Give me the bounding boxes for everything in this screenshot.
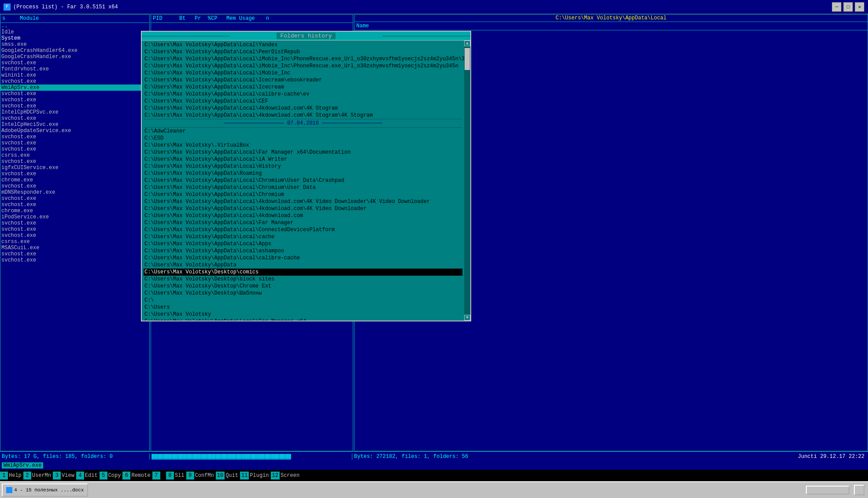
process-svc16[interactable]: svchost.exe xyxy=(0,226,149,232)
fh-0[interactable]: C:\Users\Max Volotsky\AppData\Local\Yand… xyxy=(144,41,462,48)
process-mdns[interactable]: mDNSResponder.exe xyxy=(0,189,149,196)
process-svc9[interactable]: svchost.exe xyxy=(0,146,149,152)
process-svc12[interactable]: svchost.exe xyxy=(0,183,149,189)
fh-23[interactable]: C:\Users\Max Volotsky\AppData\Local\4kdo… xyxy=(144,212,462,219)
fh-12[interactable]: C:\ESD xyxy=(144,135,462,142)
scroll-thumb[interactable] xyxy=(465,48,470,70)
f5-key[interactable]: 5 Copy xyxy=(100,470,123,481)
fh-24[interactable]: C:\Users\Max Volotsky\AppData\Local\Far … xyxy=(144,219,462,226)
fh-28[interactable]: C:\Users\Max Volotsky\AppData\Local\asha… xyxy=(144,247,462,255)
f12-key[interactable]: 12 Screen xyxy=(271,470,302,481)
process-csrss2[interactable]: csrss.exe xyxy=(0,239,149,245)
fh-3[interactable]: C:\Users\Max Volotsky\AppData\Local\iMob… xyxy=(144,63,462,70)
f2-key[interactable]: 2 UserMn xyxy=(23,470,53,481)
process-svc2[interactable]: svchost.exe xyxy=(0,78,149,85)
process-svc7[interactable]: svchost.exe xyxy=(0,134,149,140)
fh-6[interactable]: C:\Users\Max Volotsky\AppData\Local\Icec… xyxy=(144,84,462,91)
fh-19[interactable]: C:\Users\Max Volotsky\AppData\Local\Chro… xyxy=(144,184,462,191)
process-svc11[interactable]: svchost.exe xyxy=(0,171,149,177)
scroll-up-arrow[interactable]: ▲ xyxy=(464,41,470,46)
show-all-button[interactable]: Показать все xyxy=(806,486,850,494)
process-dotdot[interactable]: .. xyxy=(0,23,149,29)
f8-key[interactable]: 8 Sll xyxy=(166,470,186,481)
process-csrss1[interactable]: csrss.exe xyxy=(0,152,149,159)
close-button[interactable]: ✕ xyxy=(855,2,864,12)
fh-13[interactable]: C:\Users\Max Volotsky\.VirtualBox xyxy=(144,142,462,149)
fh-25[interactable]: C:\Users\Max Volotsky\AppData\Local\Conn… xyxy=(144,226,462,233)
fh-17[interactable]: C:\Users\Max Volotsky\AppData\Roaming xyxy=(144,170,462,177)
f7-key[interactable]: 7 xyxy=(152,470,166,481)
fh-4[interactable]: C:\Users\Max Volotsky\AppData\Local\iMob… xyxy=(144,70,462,77)
process-svc17[interactable]: svchost.exe xyxy=(0,232,149,239)
fh-29[interactable]: C:\Users\Max Volotsky\AppData\Local\cali… xyxy=(144,255,462,262)
process-wininit[interactable]: wininit.exe xyxy=(0,72,149,78)
fh-18[interactable]: C:\Users\Max Volotsky\AppData\Local\Chro… xyxy=(144,177,462,184)
process-adobe[interactable]: AdobeUpdateService.exe xyxy=(0,128,149,134)
process-svc10[interactable]: svchost.exe xyxy=(0,159,149,165)
process-svc18[interactable]: svchost.exe xyxy=(0,251,149,257)
process-svc3[interactable]: svchost.exe xyxy=(0,91,149,97)
process-svc8[interactable]: svchost.exe xyxy=(0,140,149,146)
f4-key[interactable]: 4 Edit xyxy=(76,470,100,481)
fh-30[interactable]: C:\Users\Max Volotsky\AppData xyxy=(144,262,462,269)
scroll-down-arrow[interactable]: ▼ xyxy=(464,315,470,321)
process-fontdrv[interactable]: fontdrvhost.exe xyxy=(0,66,149,72)
fh-38[interactable]: C:\Users\Max Volotsky\AppData\Local\Far … xyxy=(144,318,462,321)
fh-26[interactable]: C:\Users\Max Volotsky\AppData\Local\cach… xyxy=(144,233,462,240)
taskbar-close-button[interactable]: × xyxy=(854,485,864,495)
fh-11[interactable]: C:\AdwCleaner xyxy=(144,128,462,135)
modal-scrollbar[interactable]: ▲ ▼ xyxy=(464,41,470,321)
fh-2[interactable]: C:\Users\Max Volotsky\AppData\Local\iMob… xyxy=(144,55,462,63)
process-igfx[interactable]: igfxCUIService.exe xyxy=(0,165,149,171)
fh-22[interactable]: C:\Users\Max Volotsky\AppData\Local\4kdo… xyxy=(144,205,462,212)
fh-27[interactable]: C:\Users\Max Volotsky\AppData\Local\Apps xyxy=(144,240,462,247)
process-system[interactable]: System xyxy=(0,35,149,41)
process-chrome2[interactable]: chrome.exe xyxy=(0,208,149,214)
minimize-button[interactable]: ─ xyxy=(832,2,842,12)
fh-32[interactable]: C:\Users\Max Volotsky\Desktop\block site… xyxy=(144,276,462,283)
process-intelheci[interactable]: IntelCpHeciSvc.exe xyxy=(0,122,149,128)
fh-34[interactable]: C:\Users\Max Volotsky\Desktop\Шаблоны xyxy=(144,290,462,297)
fh-16[interactable]: C:\Users\Max Volotsky\AppData\Local\Hist… xyxy=(144,163,462,170)
taskbar-far-item[interactable]: 4 - 15 полезных ....docx xyxy=(2,483,88,497)
fh-37[interactable]: C:\Users\Max Volotsky xyxy=(144,311,462,318)
fh-20[interactable]: C:\Users\Max Volotsky\AppData\Local\Chro… xyxy=(144,191,462,198)
process-svc5[interactable]: svchost.exe xyxy=(0,103,149,109)
process-svc19[interactable]: svchost.exe xyxy=(0,257,149,263)
fh-15[interactable]: C:\Users\Max Volotsky\AppData\Local\iA W… xyxy=(144,156,462,163)
process-svc13[interactable]: svchost.exe xyxy=(0,196,149,202)
f1-key[interactable]: 1 Help xyxy=(0,470,23,481)
maximize-button[interactable]: □ xyxy=(843,2,853,12)
fh-36[interactable]: C:\Users xyxy=(144,304,462,311)
process-gch[interactable]: GoogleCrashHandler.exe xyxy=(0,54,149,60)
fh-31[interactable]: C:\Users\Max Volotsky\Desktop\comics xyxy=(144,269,462,276)
f9-key[interactable]: 9 ConfMn xyxy=(186,470,216,481)
fh-14[interactable]: C:\Users\Max Volotsky\AppData\Local\Far … xyxy=(144,149,462,156)
fh-21[interactable]: C:\Users\Max Volotsky\AppData\Local\4kdo… xyxy=(144,198,462,205)
fh-7[interactable]: C:\Users\Max Volotsky\AppData\Local\cali… xyxy=(144,91,462,98)
fh-9[interactable]: C:\Users\Max Volotsky\AppData\Local\4kdo… xyxy=(144,105,462,112)
f6-key[interactable]: 6 Remote xyxy=(122,470,152,481)
fh-10[interactable]: C:\Users\Max Volotsky\AppData\Local\4kdo… xyxy=(144,112,462,119)
fh-1[interactable]: C:\Users\Max Volotsky\AppData\Local\Peer… xyxy=(144,48,462,55)
process-ipod[interactable]: iPodService.exe xyxy=(0,214,149,220)
process-svc15[interactable]: svchost.exe xyxy=(0,220,149,226)
process-idle[interactable]: Idle xyxy=(0,29,149,35)
process-svc4[interactable]: svchost.exe xyxy=(0,97,149,103)
process-gch64[interactable]: GoogleCrashHandler64.exe xyxy=(0,48,149,54)
process-intelhdcp[interactable]: IntelCpHDCPSvc.exe xyxy=(0,109,149,115)
fh-8[interactable]: C:\Users\Max Volotsky\AppData\Local\CEF xyxy=(144,98,462,105)
process-chrome1[interactable]: chrome.exe xyxy=(0,177,149,183)
process-msas[interactable]: MSASCuiL.exe xyxy=(0,245,149,251)
f10-key[interactable]: 10 Quit xyxy=(216,470,240,481)
process-wmiap[interactable]: WmiApSrv.exe xyxy=(0,85,149,91)
process-svc14[interactable]: svchost.exe xyxy=(0,202,149,208)
f3-key[interactable]: 3 View xyxy=(53,470,76,481)
fh-5[interactable]: C:\Users\Max Volotsky\AppData\Local\Icec… xyxy=(144,77,462,84)
fh-35[interactable]: C:\ xyxy=(144,297,462,304)
f11-key[interactable]: 11 Plugin xyxy=(240,470,271,481)
process-svc6[interactable]: svchost.exe xyxy=(0,115,149,122)
fh-33[interactable]: C:\Users\Max Volotsky\Desktop\Chrome Ext xyxy=(144,283,462,290)
process-svc1[interactable]: svchost.exe xyxy=(0,60,149,66)
process-smss[interactable]: smss.exe xyxy=(0,41,149,48)
